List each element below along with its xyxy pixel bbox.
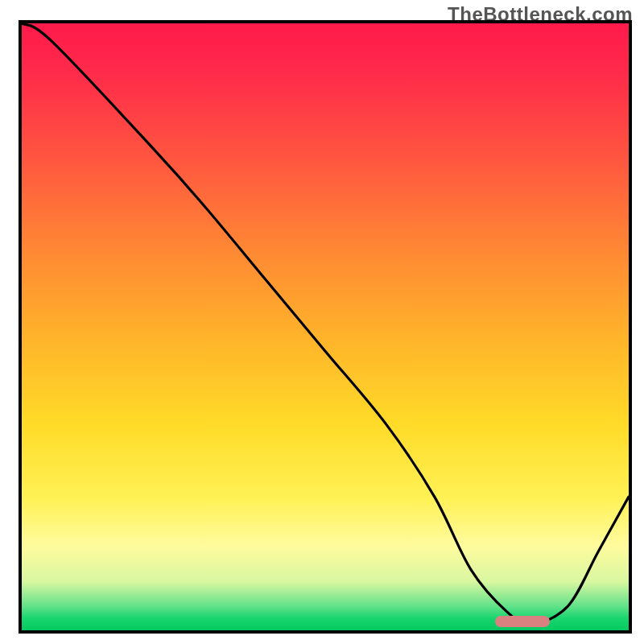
chart-frame: TheBottleneck.com: [0, 0, 644, 644]
optimal-range-marker: [495, 616, 550, 627]
bottleneck-curve: [22, 23, 629, 630]
plot-area: [19, 20, 632, 634]
